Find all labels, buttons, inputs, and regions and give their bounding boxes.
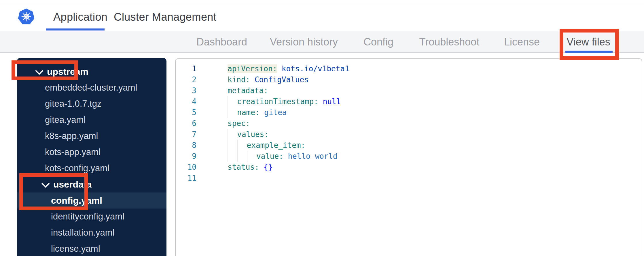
code-line-9: 9value: hello world: [176, 151, 642, 162]
indent-guide: [247, 151, 256, 162]
code-text: example_item:: [228, 140, 305, 151]
code-line-4: 4creationTimestamp: null: [176, 96, 642, 107]
nav-tab-dashboard[interactable]: Dashboard: [196, 31, 247, 52]
tree-file-kots-app-yaml[interactable]: kots-app.yaml: [17, 144, 166, 160]
kots-admin-console: ApplicationCluster Management DashboardV…: [0, 0, 644, 256]
chevron-down-icon: [35, 67, 43, 75]
line-number: 8: [181, 140, 196, 151]
code-line-1: 1apiVersion: kots.io/v1beta1: [176, 63, 642, 74]
code-text: status: {}: [228, 162, 273, 173]
code-text: spec:: [228, 118, 250, 129]
code-line-6: 6spec:: [176, 118, 642, 129]
tree-item-label: userdata: [53, 179, 92, 190]
header-tab-cluster-management[interactable]: Cluster Management: [114, 3, 216, 31]
code-text: values:: [228, 129, 269, 140]
line-number: 7: [181, 129, 196, 140]
nav-tab-config[interactable]: Config: [363, 31, 393, 52]
code-line-11: 11: [176, 173, 642, 184]
tree-folder-userdata[interactable]: userdata: [17, 176, 166, 192]
code-text: name: gitea: [228, 107, 287, 118]
app-header: ApplicationCluster Management: [0, 3, 644, 31]
indent-guide: [237, 151, 247, 162]
tree-item-label: embedded-cluster.yaml: [45, 83, 137, 93]
nav-tab-license[interactable]: License: [504, 31, 540, 52]
line-number: 2: [181, 74, 196, 85]
active-header-tab-underline: [46, 28, 105, 30]
code-line-5: 5name: gitea: [176, 107, 642, 118]
line-number: 10: [181, 162, 196, 173]
code-text: creationTimestamp: null: [228, 96, 341, 107]
chevron-down-icon: [41, 179, 50, 188]
file-tree-sidebar: upstreamembedded-cluster.yamlgitea-1.0.7…: [17, 58, 166, 256]
tree-item-label: config.yaml: [51, 195, 102, 206]
tree-item-label: identityconfig.yaml: [51, 211, 124, 222]
tree-item-label: k8s-app.yaml: [45, 131, 98, 141]
tree-file-installation-yaml[interactable]: installation.yaml: [17, 225, 166, 241]
tree-item-label: kots-app.yaml: [45, 147, 101, 157]
nav-tab-troubleshoot[interactable]: Troubleshoot: [419, 31, 480, 52]
line-number: 6: [181, 118, 196, 129]
line-number: 4: [181, 96, 196, 107]
tree-item-label: installation.yaml: [51, 228, 115, 238]
tree-item-label: upstream: [47, 66, 88, 77]
indent-guide: [228, 151, 237, 162]
line-number: 11: [181, 173, 196, 184]
tree-item-label: gitea.yaml: [45, 115, 86, 125]
tree-folder-upstream[interactable]: upstream: [17, 64, 166, 80]
tree-file-gitea-1-0-7-tgz[interactable]: gitea-1.0.7.tgz: [17, 96, 166, 112]
tree-file-identityconfig-yaml[interactable]: identityconfig.yaml: [17, 209, 166, 225]
indent-guide: [228, 140, 237, 151]
line-number: 9: [181, 151, 196, 162]
nav-tab-view-files[interactable]: View files: [567, 31, 610, 52]
indent-guide: [228, 96, 237, 107]
tree-file-embedded-cluster-yaml[interactable]: embedded-cluster.yaml: [17, 80, 166, 96]
line-number: 5: [181, 107, 196, 118]
line-number: 1: [181, 63, 196, 74]
tree-file-gitea-yaml[interactable]: gitea.yaml: [17, 112, 166, 128]
code-line-8: 8example_item:: [176, 140, 642, 151]
file-content-editor[interactable]: 1apiVersion: kots.io/v1beta12kind: Confi…: [175, 58, 642, 256]
app-navbar: DashboardVersion historyConfigTroublesho…: [0, 31, 644, 53]
code-line-3: 3metadata:: [176, 85, 642, 96]
active-nav-tab-underline: [565, 51, 613, 53]
tree-item-label: gitea-1.0.7.tgz: [45, 99, 101, 109]
code-line-2: 2kind: ConfigValues: [176, 74, 642, 85]
tree-file-kots-config-yaml[interactable]: kots-config.yaml: [17, 160, 166, 176]
indent-guide: [228, 129, 237, 140]
indent-guide: [228, 107, 237, 118]
kubernetes-logo-icon: [18, 8, 35, 25]
tree-file-config-yaml[interactable]: config.yaml: [17, 192, 166, 209]
code-text: value: hello world: [228, 151, 338, 162]
header-tab-application[interactable]: Application: [53, 3, 107, 31]
tree-item-label: license.yaml: [51, 244, 100, 254]
nav-tab-version-history[interactable]: Version history: [270, 31, 338, 52]
line-number: 3: [181, 85, 196, 96]
code-line-10: 10status: {}: [176, 162, 642, 173]
tree-file-k8s-app-yaml[interactable]: k8s-app.yaml: [17, 128, 166, 144]
code-text: metadata:: [228, 85, 268, 96]
code-text: kind: ConfigValues: [228, 74, 309, 85]
tree-file-license-yaml[interactable]: license.yaml: [17, 241, 166, 256]
code-text: apiVersion: kots.io/v1beta1: [228, 63, 349, 74]
tree-item-label: kots-config.yaml: [45, 163, 109, 173]
indent-guide: [237, 140, 247, 151]
code-line-7: 7values:: [176, 129, 642, 140]
